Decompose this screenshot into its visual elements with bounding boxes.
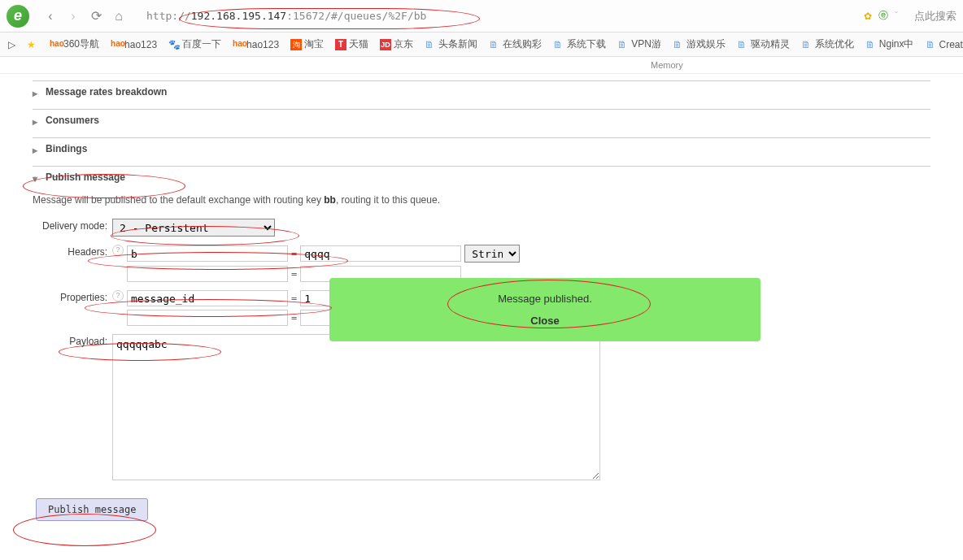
collapse-arrow-icon: [33, 88, 41, 96]
bookmark-item[interactable]: 🗎游戏娱乐: [673, 37, 726, 51]
payload-label: Payload:: [33, 334, 112, 347]
property-value-input[interactable]: [300, 310, 333, 326]
section-publish-message[interactable]: Publish message: [33, 166, 930, 188]
bookmarks-menu-icon[interactable]: ▷: [8, 39, 15, 50]
address-bar[interactable]: http://192.168.195.147:15672/#/queues/%2…: [140, 7, 854, 25]
memory-label: Memory: [651, 60, 683, 70]
bookmark-item[interactable]: haohao123: [233, 39, 279, 50]
extension-icon[interactable]: ✿: [864, 11, 872, 22]
delivery-mode-label: Delivery mode:: [33, 219, 112, 232]
bookmark-item[interactable]: 🗎系统优化: [801, 37, 854, 51]
help-icon[interactable]: ?: [112, 290, 124, 302]
browser-right-controls: ✿ ⓔ ˇ 点此搜索: [864, 9, 956, 24]
bookmark-item[interactable]: 淘淘宝: [290, 37, 324, 51]
section-title: Bindings: [46, 143, 87, 154]
section-title: Publish message: [46, 171, 125, 183]
collapse-arrow-icon: [33, 145, 41, 153]
bookmark-item[interactable]: 🗎Created: [926, 39, 964, 50]
notification-toast: Message published. Close: [329, 278, 760, 341]
header-key-input[interactable]: [127, 245, 288, 262]
extension-icon-2[interactable]: ⓔ: [878, 9, 888, 23]
back-button[interactable]: ‹: [41, 7, 60, 26]
property-key-input[interactable]: [127, 310, 288, 326]
browser-toolbar: e ‹ › ⟳ ⌂ http://192.168.195.147:15672/#…: [0, 0, 963, 33]
header-type-select[interactable]: String: [464, 245, 520, 263]
reload-button[interactable]: ⟳: [86, 7, 106, 26]
url-scheme: http://: [146, 10, 191, 22]
url-host: 192.168.195.147: [191, 10, 286, 22]
bookmark-item[interactable]: 🗎头条新闻: [425, 37, 477, 51]
section-consumers[interactable]: Consumers: [33, 109, 930, 131]
section-title: Consumers: [46, 115, 99, 126]
bookmark-item[interactable]: 🗎驱动精灵: [737, 37, 790, 51]
collapse-arrow-icon: [33, 116, 41, 124]
url-path: :15672/#/queues/%2F/bb: [286, 10, 426, 22]
dropdown-icon[interactable]: ˇ: [895, 11, 898, 22]
bookmarks-bar: ▷ ★ hao360导航 haohao123 🐾百度一下 haohao123 淘…: [0, 33, 963, 57]
header-value-input[interactable]: [300, 245, 461, 262]
publish-hint: Message will be published to the default…: [33, 194, 930, 206]
bookmark-item[interactable]: ★: [27, 39, 38, 50]
help-icon[interactable]: ?: [112, 245, 124, 256]
bookmark-item[interactable]: haohao123: [111, 39, 157, 50]
bookmark-item[interactable]: 🗎在线购彩: [489, 37, 542, 51]
bookmark-item[interactable]: T天猫: [335, 37, 368, 51]
routing-key: bb: [324, 194, 336, 206]
section-bindings[interactable]: Bindings: [33, 137, 930, 159]
header-key-input[interactable]: [127, 266, 288, 282]
equals-sign: =: [291, 293, 297, 304]
bookmark-item[interactable]: 🗎Nginx中: [865, 37, 914, 51]
equals-sign: =: [291, 248, 297, 259]
equals-sign: =: [291, 312, 297, 323]
bookmark-item[interactable]: 🐾百度一下: [168, 37, 221, 51]
expand-arrow-icon: [33, 173, 41, 181]
property-key-input[interactable]: [127, 290, 288, 306]
bookmark-item[interactable]: JD京东: [380, 37, 413, 51]
publish-body: Message will be published to the default…: [33, 188, 930, 527]
stats-row: Memory 13kB: [0, 57, 963, 74]
bookmark-item[interactable]: 🗎系统下载: [553, 37, 606, 51]
bookmark-item[interactable]: 🗎VPN游: [617, 37, 661, 51]
notification-message: Message published.: [344, 293, 746, 305]
home-button[interactable]: ⌂: [109, 7, 129, 26]
section-message-rates[interactable]: Message rates breakdown: [33, 80, 930, 102]
delivery-mode-select[interactable]: 2 - Persistent: [112, 219, 275, 237]
browser-logo: e: [7, 5, 29, 28]
publish-message-button[interactable]: Publish message: [36, 498, 148, 521]
equals-sign: =: [291, 268, 297, 280]
bookmark-item[interactable]: hao360导航: [50, 37, 99, 51]
headers-label: Headers:: [33, 245, 112, 258]
section-title: Message rates breakdown: [46, 86, 167, 98]
property-value-input[interactable]: [300, 290, 333, 306]
payload-textarea[interactable]: qqqqqabc: [112, 334, 600, 480]
search-placeholder[interactable]: 点此搜索: [914, 9, 956, 24]
forward-button[interactable]: ›: [63, 7, 83, 26]
properties-label: Properties:: [33, 290, 112, 303]
notification-close-button[interactable]: Close: [344, 315, 746, 327]
